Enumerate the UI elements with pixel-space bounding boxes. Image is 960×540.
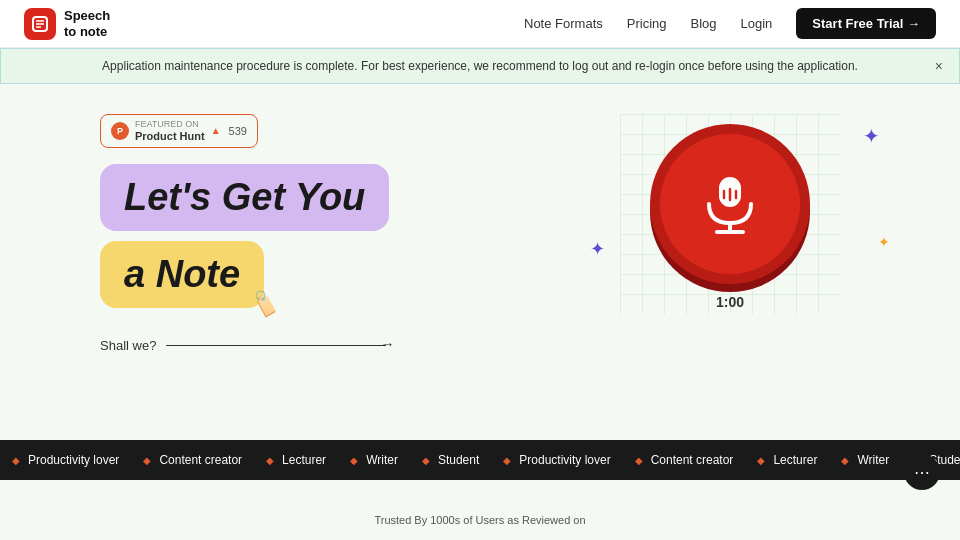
diamond-icon: ◆ bbox=[841, 455, 849, 466]
banner-close-button[interactable]: × bbox=[935, 58, 943, 74]
product-hunt-triangle: ▲ bbox=[211, 125, 221, 136]
nav-blog[interactable]: Blog bbox=[691, 16, 717, 31]
logo[interactable]: Speech to note bbox=[24, 8, 110, 40]
nav-pricing[interactable]: Pricing bbox=[627, 16, 667, 31]
headline-line2-box: a Note 🏷️ bbox=[100, 241, 264, 308]
ticker-item: ◆Lecturer bbox=[745, 453, 829, 467]
diamond-icon: ◆ bbox=[12, 455, 20, 466]
trusted-text: Trusted By 1000s of Users as Reviewed on bbox=[374, 514, 585, 526]
chat-icon: ⋯ bbox=[914, 463, 930, 482]
diamond-icon: ◆ bbox=[143, 455, 151, 466]
headline-line2-text: a Note bbox=[124, 253, 240, 295]
nav-login[interactable]: Login bbox=[741, 16, 773, 31]
ticker-item: ◆Student bbox=[410, 453, 491, 467]
sparkle-bottom-left: ✦ bbox=[590, 238, 605, 260]
ticker-bar: ◆Productivity lover ◆Content creator ◆Le… bbox=[0, 440, 960, 480]
left-section: P FEATURED ON Product Hunt ▲ 539 Let's G… bbox=[100, 104, 520, 353]
diamond-icon: ◆ bbox=[350, 455, 358, 466]
diamond-icon: ◆ bbox=[635, 455, 643, 466]
product-hunt-icon: P bbox=[111, 122, 129, 140]
ticker-item: ◆Productivity lover bbox=[0, 453, 131, 467]
headline-line1-box: Let's Get You bbox=[100, 164, 389, 231]
diamond-icon: ◆ bbox=[757, 455, 765, 466]
start-free-trial-button[interactable]: Start Free Trial → bbox=[796, 8, 936, 39]
ticker-item: ◆Writer bbox=[829, 453, 901, 467]
chat-button[interactable]: ⋯ bbox=[904, 454, 940, 490]
product-hunt-label: FEATURED ON Product Hunt bbox=[135, 119, 205, 143]
mic-icon bbox=[695, 169, 765, 239]
sparkle-bottom-right: ✦ bbox=[878, 234, 890, 250]
banner-text: Application maintenance procedure is com… bbox=[102, 59, 858, 73]
product-hunt-count: 539 bbox=[229, 125, 247, 137]
navbar: Speech to note Note Formats Pricing Blog… bbox=[0, 0, 960, 48]
ticker-item: ◆Content creator bbox=[131, 453, 254, 467]
shall-we-row: Shall we? bbox=[100, 338, 520, 353]
ticker-inner: ◆Productivity lover ◆Content creator ◆Le… bbox=[0, 453, 960, 467]
shall-we-text: Shall we? bbox=[100, 338, 156, 353]
logo-svg bbox=[30, 14, 50, 34]
mic-circle-inner bbox=[660, 134, 800, 274]
headline-line1-text: Let's Get You bbox=[124, 176, 365, 218]
right-section: ✦ ✦ ✦ 1:00 bbox=[560, 104, 900, 310]
logo-text: Speech to note bbox=[64, 8, 110, 39]
bottom-bar: Trusted By 1000s of Users as Reviewed on bbox=[0, 500, 960, 540]
diamond-icon: ◆ bbox=[503, 455, 511, 466]
arrow-line bbox=[166, 345, 386, 346]
maintenance-banner: Application maintenance procedure is com… bbox=[0, 48, 960, 84]
product-hunt-badge[interactable]: P FEATURED ON Product Hunt ▲ 539 bbox=[100, 114, 258, 148]
sparkle-top-right: ✦ bbox=[863, 124, 880, 148]
ticker-item: ◆Writer bbox=[338, 453, 410, 467]
mic-button[interactable] bbox=[650, 124, 810, 284]
diamond-icon: ◆ bbox=[266, 455, 274, 466]
timer-display: 1:00 bbox=[716, 294, 744, 310]
tag-icon: 🏷️ bbox=[248, 289, 281, 321]
main-content: P FEATURED ON Product Hunt ▲ 539 Let's G… bbox=[0, 84, 960, 353]
product-hunt-text: FEATURED ON Product Hunt bbox=[135, 119, 205, 143]
ticker-item: ◆Lecturer bbox=[254, 453, 338, 467]
logo-icon bbox=[24, 8, 56, 40]
nav-links: Note Formats Pricing Blog Login Start Fr… bbox=[524, 8, 936, 39]
ticker-item: ◆Productivity lover bbox=[491, 453, 622, 467]
diamond-icon: ◆ bbox=[422, 455, 430, 466]
ticker-item: ◆Content creator bbox=[623, 453, 746, 467]
nav-note-formats[interactable]: Note Formats bbox=[524, 16, 603, 31]
